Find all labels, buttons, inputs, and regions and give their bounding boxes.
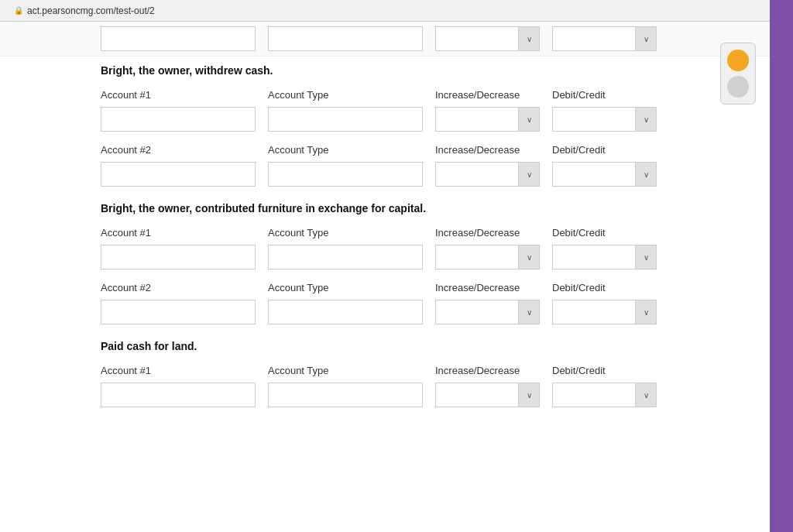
contributed-furniture-labels-row2: Account #2 Account Type Increase/Decreas… xyxy=(101,282,692,324)
contributed-furniture-increase-decrease2-select[interactable] xyxy=(435,300,540,324)
withdrew-cash-account1-label: Account #1 xyxy=(101,89,256,101)
contributed-furniture-account1-input[interactable] xyxy=(101,245,256,269)
url-text: act.pearsoncmg.com/test-out/2 xyxy=(27,5,155,16)
withdrew-cash-account-type2-group: Account Type xyxy=(268,144,423,187)
withdrew-cash-account-type2-input[interactable] xyxy=(268,162,423,187)
contributed-furniture-account-type2-label: Account Type xyxy=(268,282,423,293)
page-content: Bright, the owner, withdrew cash. Accoun… xyxy=(0,57,793,407)
contributed-furniture-debit-credit1-group: Debit/Credit ∨ xyxy=(552,227,657,269)
withdrew-cash-account2-input[interactable] xyxy=(101,162,256,187)
section-paid-cash-land-title: Paid cash for land. xyxy=(101,340,692,352)
contributed-furniture-debit-credit1-wrapper: ∨ xyxy=(552,245,657,269)
withdrew-cash-increase-decrease1-select[interactable] xyxy=(435,107,540,132)
contributed-furniture-increase-decrease2-label: Increase/Decrease xyxy=(435,282,540,293)
contributed-furniture-increase-decrease1-wrapper: ∨ xyxy=(435,245,540,269)
contributed-furniture-debit-credit1-label: Debit/Credit xyxy=(552,227,657,239)
withdrew-cash-account1-group: Account #1 xyxy=(101,89,256,132)
top-account-type-field xyxy=(268,26,423,51)
contributed-furniture-account-type2-input[interactable] xyxy=(268,300,423,324)
top-account-field xyxy=(101,26,256,51)
withdrew-cash-row2: Account #2 Account Type Increase/Decreas… xyxy=(101,144,692,187)
traffic-light-orange xyxy=(727,50,749,71)
withdrew-cash-debit-credit1-group: Debit/Credit ∨ xyxy=(552,89,657,132)
paid-cash-land-debit-credit1-label: Debit/Credit xyxy=(552,365,657,376)
withdrew-cash-account2-group: Account #2 xyxy=(101,144,256,187)
contributed-furniture-increase-decrease2-wrapper: ∨ xyxy=(435,300,540,324)
paid-cash-land-account-type1-input[interactable] xyxy=(268,383,423,407)
withdrew-cash-increase-decrease2-wrapper: ∨ xyxy=(435,162,540,187)
contributed-furniture-account2-label: Account #2 xyxy=(101,282,256,293)
top-increase-decrease-select[interactable] xyxy=(435,26,540,51)
section-contributed-furniture-title: Bright, the owner, contributed furniture… xyxy=(101,202,692,215)
withdrew-cash-increase-decrease1-wrapper: ∨ xyxy=(435,107,540,132)
withdrew-cash-debit-credit1-label: Debit/Credit xyxy=(552,89,657,101)
withdrew-cash-debit-credit2-select[interactable] xyxy=(552,162,657,187)
contributed-furniture-account-type1-group: Account Type xyxy=(268,227,423,269)
section-contributed-furniture: Bright, the owner, contributed furniture… xyxy=(101,202,692,324)
traffic-light-panel xyxy=(720,43,756,105)
withdrew-cash-increase-decrease2-label: Increase/Decrease xyxy=(435,144,540,156)
contributed-furniture-account2-group: Account #2 xyxy=(101,282,256,324)
contributed-furniture-account1-label: Account #1 xyxy=(101,227,256,239)
lock-icon: 🔒 xyxy=(14,6,23,15)
contributed-furniture-debit-credit2-label: Debit/Credit xyxy=(552,282,657,293)
paid-cash-land-account1-label: Account #1 xyxy=(101,365,256,376)
section-withdrew-cash: Bright, the owner, withdrew cash. Accoun… xyxy=(101,64,692,187)
top-debit-credit-wrapper: ∨ xyxy=(552,26,657,51)
contributed-furniture-increase-decrease1-group: Increase/Decrease ∨ xyxy=(435,227,540,269)
contributed-furniture-debit-credit1-select[interactable] xyxy=(552,245,657,269)
withdrew-cash-account-type1-input[interactable] xyxy=(268,107,423,132)
top-increase-decrease-field: ∨ xyxy=(435,26,540,51)
withdrew-cash-row1: Account #1 Account Type Increase/Decreas… xyxy=(101,89,692,132)
contributed-furniture-row2: Account #2 Account Type Increase/Decreas… xyxy=(101,282,692,324)
withdrew-cash-debit-credit1-wrapper: ∨ xyxy=(552,107,657,132)
withdrew-cash-account-type1-label: Account Type xyxy=(268,89,423,101)
paid-cash-land-increase-decrease1-label: Increase/Decrease xyxy=(435,365,540,376)
paid-cash-land-debit-credit1-group: Debit/Credit ∨ xyxy=(552,365,657,407)
withdrew-cash-increase-decrease1-label: Increase/Decrease xyxy=(435,89,540,101)
withdrew-cash-account2-label: Account #2 xyxy=(101,144,256,156)
withdrew-cash-debit-credit2-wrapper: ∨ xyxy=(552,162,657,187)
withdrew-cash-debit-credit1-select[interactable] xyxy=(552,107,657,132)
contributed-furniture-debit-credit2-wrapper: ∨ xyxy=(552,300,657,324)
withdrew-cash-account1-input[interactable] xyxy=(101,107,256,132)
paid-cash-land-increase-decrease1-group: Increase/Decrease ∨ xyxy=(435,365,540,407)
withdrew-cash-increase-decrease1-group: Increase/Decrease ∨ xyxy=(435,89,540,132)
contributed-furniture-debit-credit2-select[interactable] xyxy=(552,300,657,324)
browser-bar: 🔒 act.pearsoncmg.com/test-out/2 xyxy=(0,0,793,22)
side-panel xyxy=(770,0,793,423)
paid-cash-land-row1: Account #1 Account Type Increase/Decreas… xyxy=(101,365,692,407)
paid-cash-land-increase-decrease1-wrapper: ∨ xyxy=(435,383,540,407)
paid-cash-land-increase-decrease1-select[interactable] xyxy=(435,383,540,407)
contributed-furniture-account-type2-group: Account Type xyxy=(268,282,423,324)
contributed-furniture-debit-credit2-group: Debit/Credit ∨ xyxy=(552,282,657,324)
paid-cash-land-account1-input[interactable] xyxy=(101,383,256,407)
withdrew-cash-increase-decrease2-select[interactable] xyxy=(435,162,540,187)
browser-url: 🔒 act.pearsoncmg.com/test-out/2 xyxy=(14,5,155,16)
withdrew-cash-debit-credit2-label: Debit/Credit xyxy=(552,144,657,156)
paid-cash-land-account-type1-label: Account Type xyxy=(268,365,423,376)
contributed-furniture-increase-decrease1-label: Increase/Decrease xyxy=(435,227,540,239)
withdrew-cash-account-type2-label: Account Type xyxy=(268,144,423,156)
top-debit-credit-select[interactable] xyxy=(552,26,657,51)
withdrew-cash-labels-row1: Account #1 Account Type Increase/Decreas… xyxy=(101,89,692,132)
paid-cash-land-debit-credit1-wrapper: ∨ xyxy=(552,383,657,407)
top-account-type-input[interactable] xyxy=(268,26,423,51)
section-paid-cash-land: Paid cash for land. Account #1 Account T… xyxy=(101,340,692,407)
withdrew-cash-account-type1-group: Account Type xyxy=(268,89,423,132)
paid-cash-land-account1-group: Account #1 xyxy=(101,365,256,407)
contributed-furniture-account-type1-label: Account Type xyxy=(268,227,423,239)
traffic-light-gray xyxy=(727,76,749,98)
contributed-furniture-increase-decrease1-select[interactable] xyxy=(435,245,540,269)
withdrew-cash-debit-credit2-group: Debit/Credit ∨ xyxy=(552,144,657,187)
withdrew-cash-increase-decrease2-group: Increase/Decrease ∨ xyxy=(435,144,540,187)
top-increase-decrease-wrapper: ∨ xyxy=(435,26,540,51)
top-account-input[interactable] xyxy=(101,26,256,51)
contributed-furniture-account1-group: Account #1 xyxy=(101,227,256,269)
contributed-furniture-account2-input[interactable] xyxy=(101,300,256,324)
contributed-furniture-labels-row1: Account #1 Account Type Increase/Decreas… xyxy=(101,227,692,269)
contributed-furniture-account-type1-input[interactable] xyxy=(268,245,423,269)
contributed-furniture-increase-decrease2-group: Increase/Decrease ∨ xyxy=(435,282,540,324)
paid-cash-land-debit-credit1-select[interactable] xyxy=(552,383,657,407)
contributed-furniture-row1: Account #1 Account Type Increase/Decreas… xyxy=(101,227,692,269)
